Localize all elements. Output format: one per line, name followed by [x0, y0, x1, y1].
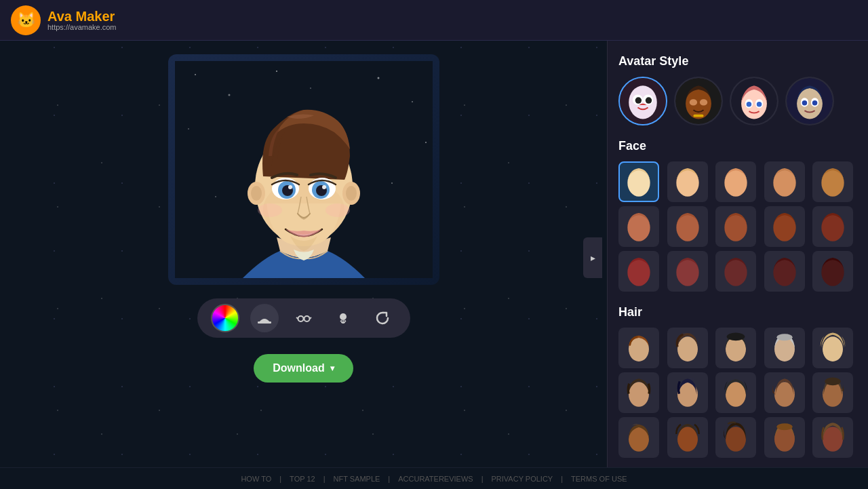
- svg-point-35: [629, 85, 657, 119]
- face-option-11[interactable]: [618, 251, 659, 292]
- svg-point-42: [690, 99, 697, 105]
- svg-point-87: [726, 427, 746, 452]
- avatar-style-title: Avatar Style: [618, 54, 857, 69]
- svg-point-78: [823, 336, 843, 361]
- footer-link-terms[interactable]: TERMS OF USE: [571, 475, 627, 483]
- face-option-grid: [618, 161, 857, 292]
- hair-option-8[interactable]: [715, 372, 756, 413]
- face-option-5[interactable]: [812, 161, 853, 202]
- svg-point-84: [825, 378, 841, 386]
- footer-link-nft[interactable]: NFT SAMPLE: [333, 475, 380, 483]
- face-option-9[interactable]: [764, 206, 805, 247]
- avatar-style-4[interactable]: [785, 77, 834, 125]
- app-title: Ava Maker: [47, 9, 117, 23]
- footer-sep-5: |: [561, 475, 563, 483]
- footer-link-reviews[interactable]: ACCURATEREVIEWS: [398, 475, 473, 483]
- glasses-tool-button[interactable]: [290, 304, 318, 332]
- logo-icon: 🐱: [11, 5, 41, 35]
- footer-link-privacy[interactable]: PRIVACY POLICY: [492, 475, 553, 483]
- svg-point-5: [377, 77, 379, 79]
- svg-point-33: [340, 313, 347, 320]
- svg-point-9: [215, 196, 216, 197]
- avatar-style-3[interactable]: [730, 77, 778, 125]
- svg-point-50: [757, 102, 762, 107]
- hat-tool-button[interactable]: [250, 304, 279, 332]
- face-option-14[interactable]: [764, 251, 805, 292]
- svg-point-2: [228, 94, 230, 96]
- sidebar-toggle-button[interactable]: ▸: [583, 237, 602, 278]
- hair-option-7[interactable]: [667, 372, 708, 413]
- svg-point-24: [322, 185, 326, 189]
- svg-point-75: [727, 333, 745, 341]
- avatar-style-1[interactable]: [618, 77, 667, 125]
- face-option-2[interactable]: [667, 161, 708, 202]
- hair-option-grid: [618, 328, 857, 458]
- face-option-3[interactable]: [715, 161, 756, 202]
- svg-point-25: [258, 203, 282, 217]
- face-section-title: Face: [618, 139, 857, 153]
- face-option-8[interactable]: [715, 206, 756, 247]
- logo-text: Ava Maker https://avamake.com: [47, 9, 117, 31]
- hair-option-15[interactable]: [812, 417, 853, 458]
- face-option-4[interactable]: [764, 161, 805, 202]
- footer-link-how-to[interactable]: HOW TO: [241, 475, 271, 483]
- footer-sep-4: |: [481, 475, 484, 483]
- light-tool-button[interactable]: [329, 304, 357, 332]
- avatar-style-grid: [618, 77, 857, 125]
- hair-option-13[interactable]: [715, 417, 756, 458]
- face-option-15[interactable]: [812, 251, 853, 292]
- svg-point-56: [812, 100, 818, 106]
- svg-point-49: [747, 102, 752, 107]
- face-option-10[interactable]: [812, 206, 853, 247]
- hair-option-2[interactable]: [667, 328, 708, 368]
- svg-rect-44: [693, 115, 703, 117]
- refresh-tool-button[interactable]: [368, 304, 397, 332]
- footer-sep-1: |: [279, 475, 281, 483]
- svg-point-55: [802, 100, 808, 106]
- svg-point-3: [276, 71, 277, 72]
- hair-option-6[interactable]: [618, 372, 659, 413]
- footer-sep-3: |: [388, 475, 390, 483]
- svg-point-7: [188, 128, 189, 130]
- svg-point-73: [677, 336, 698, 361]
- footer-link-top12[interactable]: TOP 12: [290, 475, 315, 483]
- svg-point-26: [326, 203, 350, 217]
- face-option-1[interactable]: [618, 161, 659, 202]
- svg-point-8: [425, 142, 427, 143]
- toolbar: [197, 298, 410, 338]
- hair-option-11[interactable]: [618, 417, 659, 458]
- svg-point-38: [635, 97, 642, 103]
- svg-point-39: [646, 97, 652, 103]
- footer-sep-2: |: [323, 475, 326, 483]
- svg-point-16: [346, 186, 357, 201]
- face-option-6[interactable]: [618, 206, 659, 247]
- download-button[interactable]: Download ▾: [254, 354, 353, 383]
- download-label: Download: [273, 362, 324, 374]
- face-option-12[interactable]: [667, 251, 708, 292]
- svg-rect-27: [258, 321, 271, 324]
- hair-option-10[interactable]: [812, 372, 853, 413]
- svg-point-23: [288, 185, 292, 189]
- face-option-13[interactable]: [715, 251, 756, 292]
- face-option-7[interactable]: [667, 206, 708, 247]
- svg-point-89: [776, 423, 792, 430]
- main-content: Download ▾ ▸ Avatar Style: [0, 41, 868, 467]
- hair-option-4[interactable]: [764, 328, 805, 368]
- svg-point-14: [251, 186, 262, 201]
- svg-point-77: [776, 334, 792, 340]
- hair-option-1[interactable]: [618, 328, 659, 368]
- color-wheel-button[interactable]: [211, 304, 239, 332]
- svg-point-1: [195, 74, 196, 75]
- hair-option-9[interactable]: [764, 372, 805, 413]
- svg-point-4: [310, 87, 311, 89]
- svg-point-28: [298, 316, 303, 321]
- footer: HOW TO | TOP 12 | NFT SAMPLE | ACCURATER…: [0, 467, 868, 489]
- avatar-style-2[interactable]: [674, 77, 723, 125]
- sidebar: Avatar Style: [607, 41, 868, 467]
- hair-option-12[interactable]: [667, 417, 708, 458]
- hair-option-5[interactable]: [812, 328, 853, 368]
- download-chevron-icon: ▾: [330, 364, 334, 373]
- svg-point-29: [304, 316, 309, 321]
- hair-option-14[interactable]: [764, 417, 805, 458]
- hair-option-3[interactable]: [715, 328, 756, 368]
